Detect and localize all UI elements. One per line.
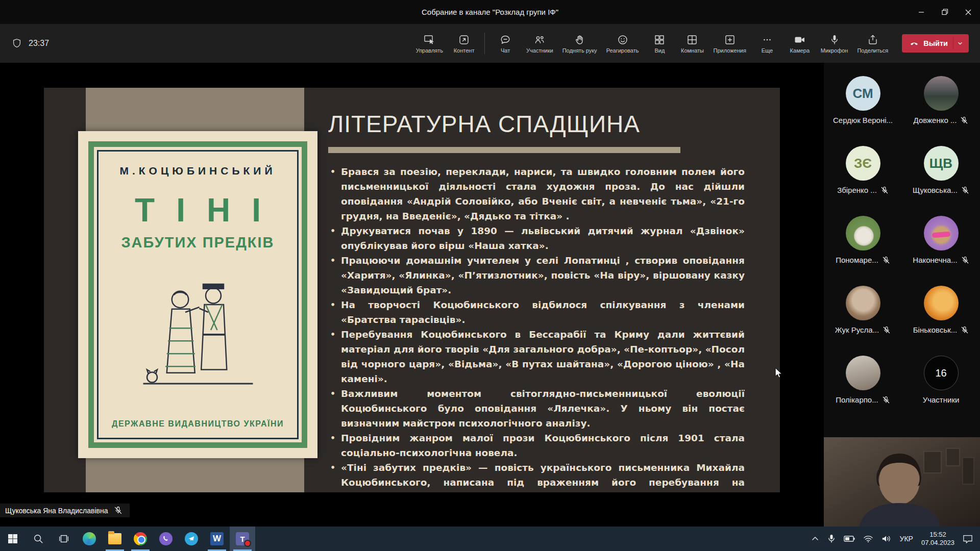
taskbar-edge-button[interactable] bbox=[77, 527, 102, 551]
grid-view-icon bbox=[653, 34, 666, 46]
camera-button[interactable]: Камера bbox=[783, 34, 816, 54]
mic-button[interactable]: Микрофон bbox=[816, 34, 853, 54]
tray-wifi-icon[interactable] bbox=[863, 535, 873, 543]
participant-tile[interactable]: Довженко ... bbox=[902, 76, 980, 146]
webcam-video bbox=[824, 437, 980, 527]
avatar-photo bbox=[846, 356, 880, 390]
content-share-button[interactable]: Контент bbox=[448, 34, 480, 54]
keyboard-language[interactable]: УКР bbox=[900, 535, 913, 543]
task-view-icon bbox=[58, 533, 69, 544]
manage-button[interactable]: Управлять bbox=[411, 34, 448, 54]
chevron-down-icon[interactable] bbox=[953, 38, 967, 48]
avatar-photo bbox=[846, 216, 880, 251]
slide-bullet: Брався за поезію, переклади, нариси, та … bbox=[328, 164, 745, 223]
more-ellipsis-icon bbox=[761, 34, 773, 46]
paper-plane-glyph bbox=[188, 535, 195, 542]
participant-tile[interactable]: Біньковськ... bbox=[902, 286, 980, 356]
minimize-button[interactable] bbox=[910, 0, 933, 24]
hangup-icon bbox=[909, 38, 919, 48]
avatar-photo bbox=[924, 286, 959, 320]
slide-bullet: Перебування Коцюбинського в Бессарабії т… bbox=[328, 327, 745, 386]
leave-button[interactable]: Выйти bbox=[902, 34, 969, 53]
taskbar-word-button[interactable]: W bbox=[204, 527, 230, 551]
mic-muted-icon bbox=[961, 186, 969, 194]
smiley-icon bbox=[617, 34, 629, 46]
participant-tile[interactable]: ЗЄ Збіренко ... bbox=[824, 146, 902, 216]
teams-meeting-window: Собрание в канале "Розклад групи ІФ" 23:… bbox=[0, 0, 980, 551]
start-button[interactable] bbox=[0, 527, 26, 551]
chat-button[interactable]: Чат bbox=[489, 34, 522, 54]
participant-name: Щуковська... bbox=[913, 186, 958, 194]
book-cover: М.КОЦЮБИНСЬКИЙ ТІНІ ЗАБУТИХ ПРЕДКІВ bbox=[78, 131, 317, 458]
teams-notification-badge bbox=[244, 540, 251, 547]
participant-tile[interactable]: Пономаре... bbox=[824, 216, 902, 286]
restore-icon bbox=[942, 9, 948, 15]
participants-sidebar: СМ Сердюк Вероні... Довженко ... ЗЄ Збір… bbox=[824, 63, 980, 527]
participant-tile[interactable]: Полікарпо... bbox=[824, 356, 902, 425]
mic-muted-icon bbox=[883, 326, 891, 334]
slide-bullet: Друкуватися почав у 1890 — львівський ди… bbox=[328, 223, 745, 253]
slide-bullet: Важливим моментом світоглядно-письменниц… bbox=[328, 386, 745, 431]
taskbar-search-button[interactable] bbox=[26, 527, 51, 551]
taskbar-viber-button[interactable] bbox=[153, 527, 179, 551]
slide-bullet-list: Брався за поезію, переклади, нариси, та … bbox=[328, 164, 745, 492]
slide-bullet: На творчості Коцюбинського відбилося спі… bbox=[328, 297, 745, 327]
participant-name: Сердюк Вероні... bbox=[833, 116, 893, 124]
mic-muted-icon bbox=[880, 186, 889, 194]
file-explorer-icon bbox=[108, 533, 121, 544]
tray-mic-icon[interactable] bbox=[827, 534, 836, 543]
restore-button[interactable] bbox=[933, 0, 957, 24]
slide-title: ЛІТЕРАТУРНА СПАДЩИНА bbox=[328, 110, 745, 138]
slide-bullet: Працюючи домашнім учителем у селі Лопати… bbox=[328, 253, 745, 297]
participant-tile[interactable]: Жук Русла... bbox=[824, 286, 902, 356]
participants-count-tile[interactable]: 16 Участники bbox=[902, 356, 980, 425]
taskbar-explorer-button[interactable] bbox=[102, 527, 128, 551]
more-button[interactable]: Еще bbox=[751, 34, 783, 54]
avatar-photo bbox=[924, 216, 959, 251]
toolbar-buttons: Управлять Контент Чат bbox=[411, 33, 980, 54]
participant-tile[interactable]: ЩВ Щуковська... bbox=[902, 146, 980, 216]
camera-icon bbox=[794, 34, 806, 46]
taskbar-telegram-button[interactable] bbox=[179, 527, 204, 551]
avatar-initials: ЩВ bbox=[924, 146, 959, 181]
mic-muted-icon bbox=[960, 116, 968, 124]
meeting-toolbar: 23:37 Управлять Контент bbox=[0, 24, 980, 63]
action-center-icon[interactable] bbox=[963, 534, 973, 543]
windows-logo-icon bbox=[8, 534, 18, 544]
microphone-icon bbox=[828, 34, 841, 46]
taskbar-teams-button[interactable]: T bbox=[230, 527, 255, 551]
book-author: М.КОЦЮБИНСЬКИЙ bbox=[119, 165, 276, 177]
slide-title-underline bbox=[328, 147, 680, 153]
raise-hand-button[interactable]: Поднять руку bbox=[558, 34, 602, 54]
meeting-timer: 23:37 bbox=[29, 39, 49, 48]
people-icon bbox=[533, 34, 546, 46]
participants-count-label: Участники bbox=[923, 395, 960, 404]
taskbar-clock[interactable]: 15:52 07.04.2023 bbox=[921, 531, 954, 547]
tray-chevron-up-icon[interactable] bbox=[811, 535, 819, 543]
book-cover-illustration bbox=[134, 256, 262, 419]
participants-count: 16 bbox=[924, 356, 959, 390]
tray-volume-icon[interactable] bbox=[881, 535, 892, 543]
share-tray-button[interactable]: Поделиться bbox=[852, 34, 893, 54]
self-webcam-tile[interactable] bbox=[824, 437, 980, 527]
view-button[interactable]: Вид bbox=[643, 34, 676, 54]
participant-name: Наконечна... bbox=[913, 256, 957, 264]
book-publisher: ДЕРЖАВНЕ ВИДАВНИЦТВО УКРАЇНИ bbox=[112, 419, 284, 429]
close-button[interactable] bbox=[957, 0, 980, 24]
participant-tile[interactable]: СМ Сердюк Вероні... bbox=[824, 76, 902, 146]
taskbar-chrome-button[interactable] bbox=[128, 527, 153, 551]
telegram-icon bbox=[185, 532, 198, 545]
apps-button[interactable]: Приложения bbox=[708, 34, 750, 54]
mic-muted-icon bbox=[961, 256, 969, 264]
rooms-button[interactable]: Комнаты bbox=[676, 34, 708, 54]
participants-button[interactable]: Участники bbox=[522, 34, 558, 54]
participant-name: Пономаре... bbox=[836, 256, 878, 264]
mouse-cursor bbox=[774, 368, 783, 379]
screen-share-stage: М.КОЦЮБИНСЬКИЙ ТІНІ ЗАБУТИХ ПРЕДКІВ bbox=[0, 63, 824, 527]
react-button[interactable]: Реагировать bbox=[602, 34, 644, 54]
share-up-arrow-icon bbox=[867, 34, 879, 46]
participant-tile[interactable]: Наконечна... bbox=[902, 216, 980, 286]
task-view-button[interactable] bbox=[51, 527, 77, 551]
tray-battery-icon[interactable] bbox=[844, 535, 855, 542]
phone-glyph bbox=[162, 535, 169, 542]
